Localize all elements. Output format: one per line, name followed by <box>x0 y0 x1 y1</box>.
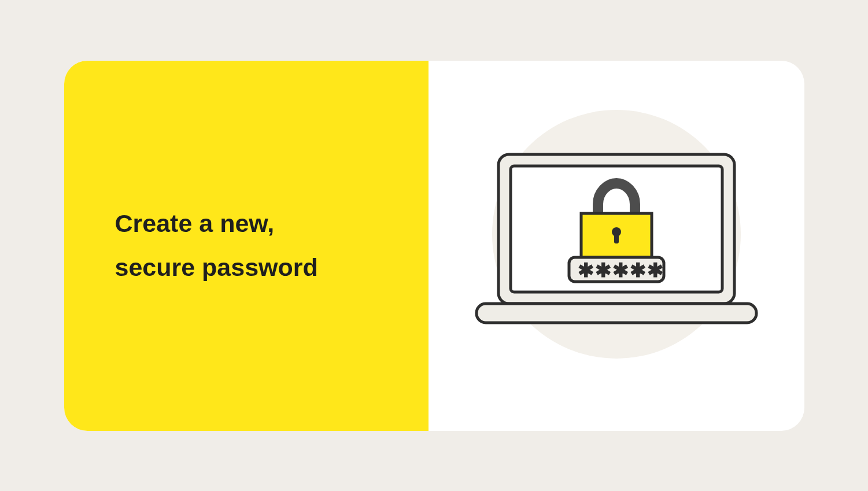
svg-rect-5 <box>614 233 619 243</box>
heading-line-1: Create a new, <box>115 209 275 237</box>
svg-rect-2 <box>477 304 756 323</box>
left-panel: Create a new, secure password <box>64 61 429 431</box>
svg-text:✱: ✱ <box>647 259 663 281</box>
svg-text:✱: ✱ <box>595 259 611 281</box>
heading: Create a new, secure password <box>115 202 400 289</box>
info-card: Create a new, secure password <box>64 61 804 431</box>
svg-text:✱: ✱ <box>612 259 629 281</box>
right-panel: ✱ ✱ ✱ ✱ ✱ <box>429 61 804 431</box>
heading-line-2: secure password <box>115 253 318 281</box>
svg-text:✱: ✱ <box>578 259 594 281</box>
laptop-password-lock-icon: ✱ ✱ ✱ ✱ ✱ <box>475 152 758 339</box>
svg-text:✱: ✱ <box>630 259 646 281</box>
